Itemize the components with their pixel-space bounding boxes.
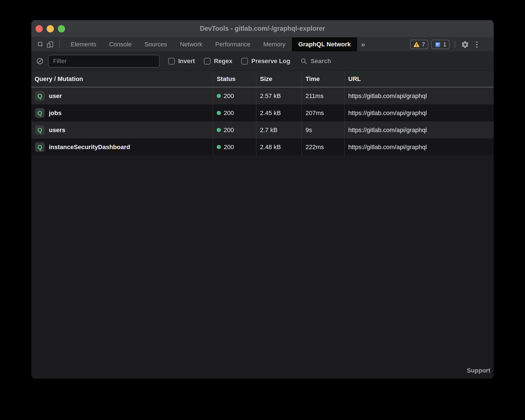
- url-cell: https://gitlab.com/api/graphql: [345, 139, 494, 156]
- warnings-badge[interactable]: 7: [410, 40, 428, 49]
- query-name: users: [49, 127, 65, 134]
- preserve-log-checkbox[interactable]: Preserve Log: [241, 58, 290, 65]
- status-ok-dot: [217, 111, 221, 115]
- size-value: 2.45 kB: [260, 109, 281, 117]
- time-cell: 207ms: [302, 104, 345, 121]
- status-cell: 200: [213, 104, 256, 121]
- kebab-dot: [476, 41, 478, 43]
- query-cell: Q jobs: [31, 104, 213, 121]
- tab-network[interactable]: Network: [173, 37, 209, 51]
- checkbox-box[interactable]: [241, 58, 248, 65]
- time-value: 211ms: [306, 92, 323, 100]
- window-title: DevTools - gitlab.com/-/graphql-explorer: [200, 25, 325, 32]
- size-cell: 2.48 kB: [256, 139, 302, 156]
- kebab-dot: [476, 46, 478, 48]
- time-value: 207ms: [306, 109, 324, 117]
- column-header-status[interactable]: Status: [213, 71, 256, 87]
- regex-checkbox[interactable]: Regex: [204, 58, 232, 65]
- query-type-badge: Q: [35, 108, 45, 118]
- issue-count: 1: [443, 41, 446, 48]
- issues-message-icon: [435, 41, 441, 48]
- status-cell: 200: [213, 87, 256, 104]
- issues-badge[interactable]: 1: [431, 40, 450, 49]
- inspect-element-button[interactable]: [36, 39, 45, 50]
- kebab-menu-button[interactable]: [472, 41, 481, 48]
- close-window-button[interactable]: [35, 25, 43, 32]
- status-ok-dot: [217, 145, 221, 149]
- status-code: 200: [224, 144, 234, 151]
- time-value: 9s: [306, 127, 312, 134]
- checkbox-box[interactable]: [168, 58, 175, 65]
- size-value: 2.7 kB: [260, 127, 277, 134]
- status-ok-dot: [217, 94, 221, 98]
- filter-input[interactable]: [48, 55, 160, 68]
- query-type-badge: Q: [35, 142, 45, 152]
- search-button[interactable]: Search: [300, 58, 331, 65]
- url-value: https://gitlab.com/api/graphql: [348, 92, 427, 100]
- warning-count: 7: [422, 41, 425, 48]
- tab-console[interactable]: Console: [103, 37, 138, 51]
- size-cell: 2.57 kB: [256, 87, 302, 104]
- titlebar: DevTools - gitlab.com/-/graphql-explorer: [31, 20, 494, 37]
- device-toolbar-button[interactable]: [45, 39, 55, 50]
- status-cell: 200: [213, 121, 256, 139]
- query-type-badge: Q: [35, 125, 45, 135]
- tab-memory[interactable]: Memory: [257, 37, 292, 51]
- controls-separator: [455, 41, 455, 48]
- invert-checkbox[interactable]: Invert: [168, 58, 195, 65]
- checkbox-box[interactable]: [204, 58, 211, 65]
- size-value: 2.48 kB: [260, 144, 281, 151]
- query-type-badge: Q: [35, 91, 45, 101]
- tabbar-right-controls: 7 1: [410, 37, 494, 51]
- status-code: 200: [224, 127, 234, 134]
- status-code: 200: [224, 92, 234, 100]
- time-cell: 9s: [302, 121, 345, 139]
- table-row[interactable]: Q instanceSecurityDashboard 200 2.48 kB …: [31, 139, 494, 156]
- checkbox-label: Invert: [178, 58, 195, 65]
- minimize-window-button[interactable]: [47, 25, 54, 32]
- tab-sources[interactable]: Sources: [138, 37, 173, 51]
- column-header-query-mutation[interactable]: Query / Mutation: [31, 71, 213, 87]
- query-cell: Q instanceSecurityDashboard: [31, 139, 213, 156]
- kebab-dot: [476, 44, 478, 45]
- url-value: https://gitlab.com/api/graphql: [348, 127, 427, 134]
- support-link[interactable]: Support: [467, 367, 490, 374]
- url-cell: https://gitlab.com/api/graphql: [345, 87, 494, 104]
- table-empty-area: Support: [31, 156, 494, 379]
- time-cell: 211ms: [302, 87, 345, 104]
- column-header-url[interactable]: URL: [345, 71, 494, 87]
- toolbar-separator: [59, 40, 60, 48]
- more-tabs-button[interactable]: »: [357, 37, 369, 51]
- search-label: Search: [311, 58, 331, 65]
- devtools-window: DevTools - gitlab.com/-/graphql-explorer…: [31, 20, 494, 379]
- panel-tabs: Elements Console Sources Network Perform…: [64, 37, 369, 51]
- inspect-cursor-icon: [37, 41, 44, 48]
- url-cell: https://gitlab.com/api/graphql: [345, 104, 494, 121]
- query-name: user: [49, 92, 62, 100]
- table-row[interactable]: Q user 200 2.57 kB 211ms https://gitlab.…: [31, 87, 494, 104]
- status-ok-dot: [217, 128, 221, 132]
- devtools-tabbar: Elements Console Sources Network Perform…: [31, 37, 494, 52]
- time-cell: 222ms: [302, 139, 345, 156]
- url-value: https://gitlab.com/api/graphql: [348, 144, 427, 151]
- column-header-time[interactable]: Time: [302, 71, 345, 87]
- column-header-size[interactable]: Size: [256, 71, 302, 87]
- url-cell: https://gitlab.com/api/graphql: [345, 121, 494, 139]
- status-cell: 200: [213, 139, 256, 156]
- filter-toolbar: Invert Regex Preserve Log Search: [31, 52, 494, 71]
- filter-options: Invert Regex Preserve Log: [168, 58, 290, 65]
- table-header: Query / Mutation Status Size Time URL: [31, 71, 494, 87]
- settings-button[interactable]: [460, 39, 470, 50]
- checkbox-label: Regex: [214, 58, 232, 65]
- table-row[interactable]: Q jobs 200 2.45 kB 207ms https://gitlab.…: [31, 104, 494, 121]
- url-value: https://gitlab.com/api/graphql: [348, 109, 427, 117]
- tab-performance[interactable]: Performance: [209, 37, 257, 51]
- tab-graphql-network[interactable]: GraphQL Network: [292, 37, 357, 51]
- query-name: jobs: [49, 109, 61, 117]
- time-value: 222ms: [306, 144, 324, 151]
- table-row[interactable]: Q users 200 2.7 kB 9s https://gitlab.com…: [31, 121, 494, 139]
- clear-requests-button[interactable]: [36, 57, 44, 65]
- tab-elements[interactable]: Elements: [64, 37, 103, 51]
- maximize-window-button[interactable]: [58, 25, 65, 32]
- traffic-lights: [35, 20, 65, 37]
